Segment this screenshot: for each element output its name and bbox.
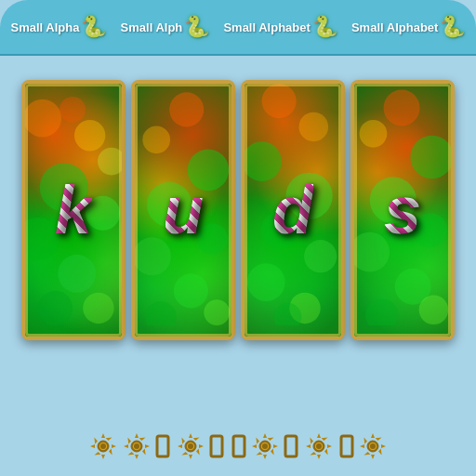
bracket-left-icon-3: [284, 434, 300, 458]
svg-point-42: [134, 443, 139, 449]
tab-small-alpha-1[interactable]: Small Alpha 🐍: [7, 13, 111, 41]
bracket-right-icon-1: [230, 434, 246, 458]
bracket-left-icon-2: [209, 434, 226, 458]
gear-button-5[interactable]: [304, 431, 334, 461]
bracket-left-icon-1: [155, 434, 172, 458]
bracket-left-button-1[interactable]: [155, 434, 172, 458]
snake-icon-4: 🐍: [440, 15, 465, 39]
controls-bar: [0, 424, 476, 476]
svg-point-9: [98, 148, 122, 176]
gear-button-3[interactable]: [176, 431, 205, 461]
tab-label-2: Small Alph: [121, 20, 183, 34]
svg-point-8: [60, 97, 86, 123]
bracket-right-button-2[interactable]: [337, 434, 354, 458]
svg-rect-49: [233, 436, 245, 456]
card-letter-k: k: [55, 172, 92, 248]
letter-card-k[interactable]: k: [21, 80, 126, 340]
snake-icon-2: 🐍: [184, 15, 209, 39]
gear-button-4[interactable]: [250, 431, 280, 461]
svg-rect-57: [341, 436, 352, 456]
svg-rect-53: [285, 436, 297, 456]
tab-label-1: Small Alpha: [11, 20, 80, 34]
letter-card-s[interactable]: s: [350, 80, 455, 340]
svg-point-1: [74, 120, 105, 151]
svg-point-17: [204, 299, 230, 325]
svg-point-29: [360, 120, 388, 148]
svg-point-60: [370, 443, 376, 449]
svg-point-7: [38, 291, 73, 325]
bracket-right-icon-2: [337, 434, 354, 458]
tab-small-alpha-2[interactable]: Small Alph 🐍: [117, 13, 214, 41]
svg-point-18: [145, 301, 176, 325]
bracket-left-button-3[interactable]: [284, 434, 300, 458]
bracket-left-button-2[interactable]: [209, 434, 226, 458]
gear-icon-6: [358, 431, 388, 461]
card-letter-u: u: [163, 172, 204, 248]
tab-label-4: Small Alphabet: [351, 20, 438, 34]
letter-card-d[interactable]: d: [241, 80, 345, 340]
snake-icon-3: 🐍: [312, 15, 337, 39]
tab-small-alpha-3[interactable]: Small Alphabet 🐍: [219, 13, 340, 41]
svg-point-0: [25, 99, 61, 138]
svg-point-47: [188, 443, 193, 449]
snake-icon-1: 🐍: [81, 15, 106, 39]
svg-point-19: [262, 84, 297, 118]
card-letter-s: s: [384, 172, 421, 248]
svg-point-39: [100, 443, 106, 449]
gear-icon-4: [250, 431, 280, 461]
letter-card-u[interactable]: u: [131, 80, 235, 340]
gear-icon-2: [122, 431, 152, 461]
svg-point-5: [58, 255, 96, 293]
svg-point-52: [262, 443, 268, 449]
gear-icon-1: [88, 431, 118, 461]
gear-button-6[interactable]: [358, 431, 388, 461]
svg-point-11: [142, 126, 170, 154]
svg-point-36: [365, 298, 398, 325]
gear-icon-5: [304, 431, 334, 461]
svg-point-20: [299, 112, 329, 142]
card-letter-d: d: [272, 172, 313, 248]
svg-point-10: [169, 92, 204, 126]
tab-small-alpha-4[interactable]: Small Alphabet 🐍: [348, 13, 469, 41]
gear-button-1[interactable]: [88, 431, 118, 461]
tab-label-3: Small Alphabet: [223, 20, 310, 34]
svg-point-16: [174, 273, 208, 308]
svg-rect-48: [211, 436, 222, 456]
svg-point-25: [247, 263, 285, 301]
header-tab-bar: Small Alpha 🐍 Small Alph 🐍 Small Alphabe…: [0, 0, 476, 56]
svg-point-6: [83, 293, 113, 324]
svg-rect-43: [157, 436, 168, 456]
bracket-right-button-1[interactable]: [230, 434, 246, 458]
gear-button-2[interactable]: [122, 431, 152, 461]
cards-container: k u: [14, 65, 462, 424]
svg-point-56: [316, 443, 322, 449]
svg-point-35: [419, 296, 449, 325]
svg-point-28: [384, 90, 420, 126]
gear-icon-3: [176, 431, 205, 461]
